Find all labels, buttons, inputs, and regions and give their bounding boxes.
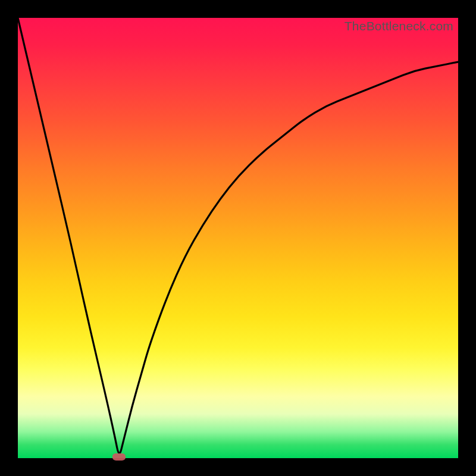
curve-line — [18, 18, 458, 453]
watermark-text: TheBottleneck.com — [345, 19, 453, 33]
chart-frame: TheBottleneck.com — [0, 0, 476, 476]
curve-svg — [18, 18, 458, 458]
minimum-marker — [112, 453, 126, 461]
plot-area — [18, 18, 458, 458]
